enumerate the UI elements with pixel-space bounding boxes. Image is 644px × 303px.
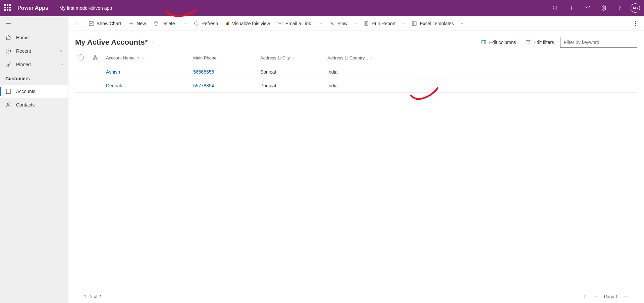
- vertical-divider: [54, 4, 54, 12]
- pager-first-button[interactable]: [583, 293, 589, 300]
- phone-link[interactable]: 55778854: [193, 83, 214, 88]
- email-split-chevron[interactable]: [317, 17, 325, 30]
- view-picker[interactable]: My Active Accounts*: [75, 38, 155, 47]
- select-all-header[interactable]: [75, 51, 90, 65]
- run-report-button[interactable]: Run Report: [360, 17, 399, 30]
- add-icon[interactable]: [564, 0, 579, 16]
- edit-filters-button[interactable]: Edit filters: [522, 38, 557, 47]
- keyword-filter-input[interactable]: [560, 37, 637, 48]
- data-grid: Account Name Main Phone Address 1: City: [75, 51, 637, 93]
- excel-templates-label: Excel Templates: [420, 21, 454, 26]
- email-link-label: Email a Link: [285, 21, 311, 26]
- nav-accounts[interactable]: Accounts: [0, 85, 68, 98]
- hamburger-toggle[interactable]: [0, 16, 68, 31]
- col-country-label: Address 1: Country...: [327, 55, 368, 60]
- show-chart-label: Show Chart: [97, 21, 121, 26]
- col-main-phone-label: Main Phone: [193, 55, 216, 60]
- account-link[interactable]: Deepak: [106, 83, 122, 88]
- nav-pinned[interactable]: Pinned: [0, 58, 68, 71]
- excel-templates-chevron[interactable]: [458, 17, 466, 30]
- brand-label: Power Apps: [17, 5, 48, 11]
- new-label: New: [137, 21, 146, 26]
- chevron-down-icon: [292, 56, 295, 60]
- nav-recent-label: Recent: [16, 48, 31, 54]
- edit-columns-button[interactable]: Edit columns: [478, 38, 519, 47]
- user-avatar[interactable]: AG: [631, 3, 640, 13]
- page-label: Page 1: [604, 294, 618, 299]
- delete-label: Delete: [161, 21, 175, 26]
- svg-point-5: [603, 7, 605, 9]
- new-button[interactable]: New: [125, 17, 149, 30]
- chevron-down-icon: [370, 56, 373, 60]
- email-link-button[interactable]: Email a Link: [274, 17, 314, 30]
- chevron-down-icon: [59, 62, 64, 67]
- col-city[interactable]: Address 1: City: [258, 51, 325, 65]
- pager-prev-button[interactable]: [593, 293, 600, 300]
- col-account-name[interactable]: Account Name: [103, 51, 191, 65]
- chevron-down-icon: [59, 49, 64, 53]
- grid-footer: 1 - 2 of 2 Page 1: [75, 290, 637, 303]
- app-launcher-icon[interactable]: [4, 4, 12, 12]
- chevron-down-icon: [218, 56, 222, 60]
- refresh-button[interactable]: Refresh: [190, 17, 221, 30]
- run-report-chevron[interactable]: [399, 17, 408, 30]
- flow-button[interactable]: Flow: [326, 17, 351, 30]
- search-icon[interactable]: [548, 0, 563, 16]
- svg-rect-36: [96, 58, 97, 59]
- account-link[interactable]: Ashish: [106, 69, 120, 75]
- nav-home-label: Home: [16, 35, 29, 40]
- svg-rect-35: [93, 58, 95, 59]
- col-account-name-label: Account Name: [106, 55, 135, 60]
- svg-marker-4: [585, 6, 590, 10]
- nav-accounts-label: Accounts: [16, 89, 36, 94]
- sort-asc-icon: [137, 56, 140, 60]
- visualize-button[interactable]: Visualize this view: [222, 17, 273, 30]
- svg-point-6: [620, 9, 620, 10]
- help-icon[interactable]: [612, 0, 627, 16]
- more-vertical-icon: [635, 21, 636, 26]
- col-country[interactable]: Address 1: Country...: [325, 51, 392, 65]
- svg-rect-30: [482, 41, 486, 44]
- back-button[interactable]: [71, 17, 83, 30]
- nav-contacts[interactable]: Contacts: [0, 98, 68, 112]
- flow-chevron[interactable]: [352, 17, 360, 30]
- svg-rect-22: [278, 22, 282, 25]
- svg-rect-16: [89, 21, 93, 26]
- table-row[interactable]: Deepak 55778854 Panipat India: [75, 79, 637, 93]
- main-area: Show Chart New Delete Refresh Visualize …: [68, 16, 644, 303]
- country-cell: India: [327, 69, 337, 75]
- hierarchy-header[interactable]: [90, 51, 103, 65]
- command-bar: Show Chart New Delete Refresh Visualize …: [68, 16, 644, 31]
- nav-section-customers: Customers: [0, 71, 68, 85]
- show-chart-button[interactable]: Show Chart: [85, 17, 124, 30]
- table-row[interactable]: Ashish 56565656 Sonipat India: [75, 65, 637, 79]
- svg-rect-27: [412, 21, 416, 25]
- visualize-label: Visualize this view: [232, 21, 270, 26]
- refresh-label: Refresh: [202, 21, 218, 26]
- country-cell: India: [327, 83, 337, 88]
- command-overflow-button[interactable]: [629, 17, 641, 30]
- pager-next-button[interactable]: [622, 293, 629, 300]
- svg-rect-34: [95, 55, 96, 56]
- nav-home[interactable]: Home: [0, 31, 68, 44]
- excel-templates-button[interactable]: Excel Templates: [408, 17, 457, 30]
- nav-contacts-label: Contacts: [16, 102, 35, 107]
- svg-point-0: [553, 6, 557, 9]
- left-nav: Home Recent Pinned Customers Accounts Co…: [0, 16, 68, 303]
- svg-line-1: [556, 9, 558, 10]
- col-main-phone[interactable]: Main Phone: [191, 51, 258, 65]
- avatar-initials: AG: [633, 6, 638, 10]
- delete-split-chevron[interactable]: [181, 17, 190, 30]
- row-count-label: 1 - 2 of 2: [84, 294, 101, 299]
- split-divider: [316, 20, 316, 27]
- svg-rect-19: [226, 24, 227, 25]
- svg-rect-21: [228, 22, 229, 25]
- svg-rect-11: [6, 89, 10, 94]
- settings-icon[interactable]: [596, 0, 611, 16]
- col-city-label: Address 1: City: [260, 55, 290, 60]
- filter-icon[interactable]: [580, 0, 595, 16]
- delete-button[interactable]: Delete: [150, 17, 178, 30]
- nav-recent[interactable]: Recent: [0, 44, 68, 58]
- phone-link[interactable]: 56565656: [193, 69, 214, 75]
- nav-pinned-label: Pinned: [16, 62, 31, 67]
